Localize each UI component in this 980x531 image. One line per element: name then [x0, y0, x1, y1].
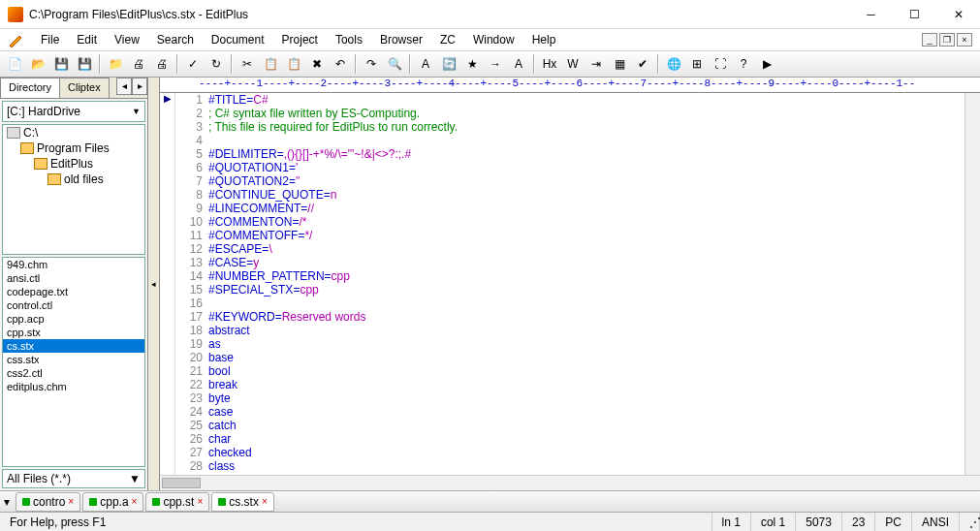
replace-button[interactable]: 🔄 — [438, 53, 459, 75]
file-item[interactable]: control.ctl — [3, 298, 144, 312]
menu-window[interactable]: Window — [465, 31, 522, 48]
redo-arrow-button[interactable]: ↻ — [205, 53, 227, 75]
tab-cliptext[interactable]: Cliptex — [59, 78, 110, 98]
doc-tab[interactable]: cpp.st× — [145, 492, 209, 512]
printpreview-button[interactable]: 🖨 — [151, 53, 173, 75]
tab-scroll-left[interactable]: ◂ — [116, 78, 132, 95]
file-item[interactable]: ansi.ctl — [3, 271, 144, 285]
file-item[interactable]: cpp.acp — [3, 312, 144, 326]
fullscreen-button[interactable]: ⛶ — [710, 53, 731, 75]
horizontal-scrollbar[interactable] — [160, 475, 980, 490]
delete-button[interactable]: ✖ — [306, 53, 328, 75]
help-button[interactable]: ? — [733, 53, 754, 75]
file-type-icon — [152, 498, 160, 506]
scroll-thumb[interactable] — [162, 478, 201, 488]
minimize-button[interactable]: ─ — [849, 1, 893, 28]
menu-file[interactable]: File — [33, 31, 67, 48]
doc-tab[interactable]: contro× — [16, 492, 80, 512]
bookmark-button[interactable]: ★ — [461, 53, 483, 75]
file-item[interactable]: editplus.chm — [3, 380, 144, 393]
folder-item[interactable]: EditPlus — [3, 156, 144, 172]
saveall-button[interactable]: 💾 — [74, 53, 95, 75]
folder-icon: 📁 — [109, 57, 123, 71]
hex-icon: Hx — [543, 57, 557, 71]
wrap-button[interactable]: W — [562, 53, 584, 75]
maximize-button[interactable]: ☐ — [893, 1, 936, 28]
file-list[interactable]: 949.chmansi.ctlcodepage.txtcontrol.ctlcp… — [2, 257, 145, 467]
close-tab-icon[interactable]: × — [68, 496, 74, 507]
indent-button[interactable]: ⇥ — [585, 53, 607, 75]
hex-button[interactable]: Hx — [539, 53, 560, 75]
doc-tab[interactable]: cs.stx× — [211, 492, 274, 512]
marker-margin[interactable]: ▶ — [160, 93, 175, 475]
mdi-restore-button[interactable]: ❐ — [939, 33, 955, 47]
split-button[interactable]: ⊞ — [686, 53, 708, 75]
paste-button[interactable]: 📋 — [283, 53, 304, 75]
menubar: FileEditViewSearchDocumentProjectToolsBr… — [0, 29, 980, 50]
run-button[interactable]: ▶ — [756, 53, 777, 75]
menu-edit[interactable]: Edit — [69, 31, 105, 48]
drive-label: [C:] HardDrive — [7, 105, 80, 118]
menu-tools[interactable]: Tools — [328, 31, 370, 48]
save-button[interactable]: 💾 — [50, 53, 72, 75]
open-button[interactable]: 📂 — [27, 53, 48, 75]
find-button[interactable]: 🔍 — [384, 53, 405, 75]
undo-button[interactable]: ↶ — [330, 53, 351, 75]
printpreview-icon: 🖨 — [156, 57, 168, 71]
next-button[interactable]: → — [485, 53, 506, 75]
folder-item[interactable]: old files — [3, 172, 144, 187]
folder-item[interactable]: Program Files — [3, 141, 144, 156]
print-button[interactable]: 🖨 — [128, 53, 149, 75]
redo-arrow-icon: ↻ — [211, 57, 221, 71]
menu-view[interactable]: View — [107, 31, 147, 48]
cut-button[interactable]: ✂ — [237, 53, 258, 75]
folder-button[interactable]: 📁 — [105, 53, 126, 75]
new-button[interactable]: 📄 — [4, 53, 25, 75]
menu-project[interactable]: Project — [274, 31, 326, 48]
tab-directory[interactable]: Directory — [0, 78, 60, 98]
close-button[interactable]: ✕ — [936, 1, 980, 28]
column-icon: ▦ — [615, 57, 625, 71]
drive-selector[interactable]: [C:] HardDrive ▼ — [2, 101, 145, 122]
copy-button[interactable]: 📋 — [260, 53, 281, 75]
run-icon: ▶ — [763, 57, 772, 71]
file-item[interactable]: cpp.stx — [3, 326, 144, 339]
font-button[interactable]: A — [508, 53, 529, 75]
menu-zc[interactable]: ZC — [432, 31, 463, 48]
file-item[interactable]: css.stx — [3, 353, 144, 366]
doc-tab[interactable]: cpp.a× — [82, 492, 143, 512]
folder-label: old files — [64, 172, 104, 186]
column-button[interactable]: ▦ — [609, 53, 630, 75]
folder-item[interactable]: C:\ — [3, 125, 144, 141]
menu-help[interactable]: Help — [524, 31, 564, 48]
vertical-scrollbar[interactable] — [964, 93, 980, 475]
menu-search[interactable]: Search — [149, 31, 202, 48]
file-item[interactable]: 949.chm — [3, 258, 144, 271]
code-area[interactable]: #TITLE=C#; C# syntax file written by ES-… — [208, 93, 964, 475]
menu-browser[interactable]: Browser — [372, 31, 430, 48]
tab-scroll-right[interactable]: ▸ — [132, 78, 147, 95]
chevron-down-icon: ▼ — [132, 107, 141, 116]
sidebar-toggle[interactable]: ◂ — [148, 78, 160, 490]
close-tab-icon[interactable]: × — [262, 496, 268, 507]
folder-icon — [20, 142, 34, 154]
folder-tree[interactable]: C:\Program FilesEditPlusold files — [2, 124, 145, 255]
spell-button[interactable]: ✓ — [182, 53, 204, 75]
file-item[interactable]: codepage.txt — [3, 285, 144, 298]
ruler: ----+----1----+----2----+----3----+----4… — [160, 78, 980, 93]
indent-icon: ⇥ — [591, 57, 601, 71]
mdi-minimize-button[interactable]: _ — [922, 33, 937, 47]
redo-button[interactable]: ↷ — [361, 53, 382, 75]
file-item[interactable]: css2.ctl — [3, 366, 144, 380]
file-item[interactable]: cs.stx — [3, 339, 144, 353]
findtext-button[interactable]: A — [415, 53, 436, 75]
mdi-close-button[interactable]: × — [957, 33, 972, 47]
browser-button[interactable]: 🌐 — [663, 53, 684, 75]
check-button[interactable]: ✔ — [632, 53, 653, 75]
close-tab-icon[interactable]: × — [197, 496, 203, 507]
tabs-menu-icon[interactable]: ▾ — [4, 495, 10, 509]
menu-document[interactable]: Document — [204, 31, 272, 48]
status-resize-grip[interactable]: ⋰ — [960, 513, 980, 531]
close-tab-icon[interactable]: × — [132, 496, 138, 507]
file-filter[interactable]: All Files (*.*) ▼ — [2, 469, 145, 488]
